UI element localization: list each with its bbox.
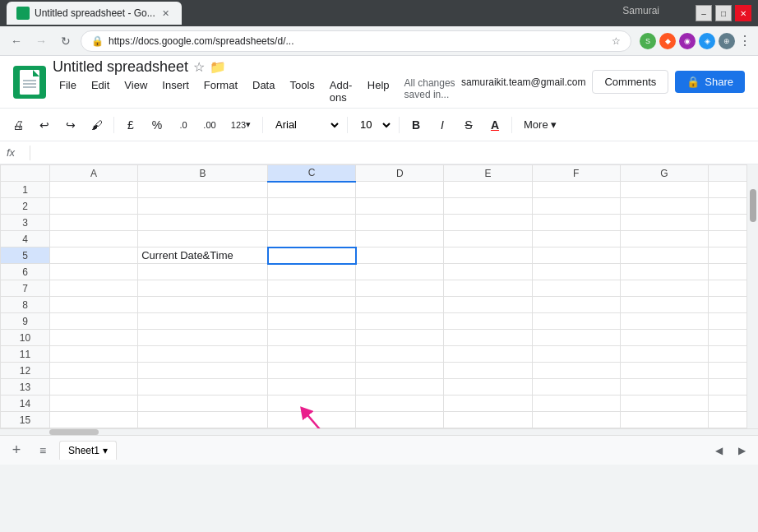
col-header-a[interactable]: A	[50, 165, 138, 182]
cell-b10[interactable]	[138, 330, 268, 346]
cell-b11[interactable]	[138, 346, 268, 363]
cell-b1[interactable]	[138, 182, 268, 198]
cell-e10[interactable]	[444, 330, 532, 346]
cell-g4[interactable]	[620, 231, 708, 247]
scrollbar-thumb-v[interactable]	[750, 189, 756, 222]
cell-g3[interactable]	[620, 215, 708, 231]
cell-a13[interactable]	[50, 379, 138, 396]
cell-e6[interactable]	[444, 264, 532, 280]
scroll-sheets-left[interactable]: ◀	[709, 441, 728, 460]
cell-f13[interactable]	[532, 379, 620, 396]
sheet-tab-1[interactable]: Sheet1 ▾	[59, 441, 117, 460]
bold-button[interactable]: B	[404, 113, 428, 136]
cell-g5[interactable]	[620, 247, 708, 264]
sheets-menu-button[interactable]: ≡	[33, 441, 53, 460]
reload-button[interactable]: ↻	[56, 31, 76, 51]
cell-a14[interactable]	[50, 396, 138, 412]
cell-c2[interactable]	[268, 198, 356, 215]
cell-c6[interactable]	[268, 264, 356, 280]
font-family-select[interactable]: Arial	[268, 113, 342, 136]
cell-f12[interactable]	[532, 363, 620, 379]
cell-b4[interactable]	[138, 231, 268, 247]
cell-f8[interactable]	[532, 297, 620, 313]
minimize-button[interactable]: –	[696, 5, 712, 21]
cell-a7[interactable]	[50, 280, 138, 297]
cell-b6[interactable]	[138, 264, 268, 280]
comments-button[interactable]: Comments	[592, 70, 668, 94]
cell-d13[interactable]	[356, 379, 444, 396]
more-button[interactable]: More ▾	[517, 113, 563, 136]
cell-b7[interactable]	[138, 280, 268, 297]
cell-d3[interactable]	[356, 215, 444, 231]
maximize-button[interactable]: □	[715, 5, 732, 21]
cell-b14[interactable]	[138, 396, 268, 412]
cell-e8[interactable]	[444, 297, 532, 313]
decimal-inc-button[interactable]: .00	[198, 113, 221, 136]
italic-button[interactable]: I	[431, 113, 454, 136]
currency-button[interactable]: £	[119, 113, 142, 136]
cell-d12[interactable]	[356, 363, 444, 379]
menu-data[interactable]: Data	[246, 77, 281, 105]
share-button[interactable]: 🔒 Share	[675, 71, 745, 93]
cell-c15[interactable]	[268, 412, 356, 428]
col-header-g[interactable]: G	[620, 165, 708, 182]
cell-d6[interactable]	[356, 264, 444, 280]
cell-g14[interactable]	[620, 396, 708, 412]
cell-e5[interactable]	[444, 247, 532, 264]
cell-e2[interactable]	[444, 198, 532, 215]
cell-f14[interactable]	[532, 396, 620, 412]
menu-format[interactable]: Format	[197, 77, 244, 105]
cell-b8[interactable]	[138, 297, 268, 313]
back-button[interactable]: ←	[7, 31, 26, 51]
cell-g12[interactable]	[620, 363, 708, 379]
cell-d8[interactable]	[356, 297, 444, 313]
redo-button[interactable]: ↪	[59, 113, 82, 136]
cell-e1[interactable]	[444, 182, 532, 198]
cell-f11[interactable]	[532, 346, 620, 363]
col-header-e[interactable]: E	[444, 165, 532, 182]
cell-d1[interactable]	[356, 182, 444, 198]
cell-d5[interactable]	[356, 247, 444, 264]
cell-g7[interactable]	[620, 280, 708, 297]
print-button[interactable]: 🖨	[7, 113, 30, 136]
cell-a3[interactable]	[50, 215, 138, 231]
cell-g6[interactable]	[620, 264, 708, 280]
cell-d9[interactable]	[356, 313, 444, 330]
cell-a11[interactable]	[50, 346, 138, 363]
col-header-d[interactable]: D	[356, 165, 444, 182]
cell-c11[interactable]	[268, 346, 356, 363]
cell-c4[interactable]	[268, 231, 356, 247]
cell-b9[interactable]	[138, 313, 268, 330]
col-header-c[interactable]: C	[268, 165, 356, 182]
cell-d7[interactable]	[356, 280, 444, 297]
undo-button[interactable]: ↩	[33, 113, 56, 136]
cell-a2[interactable]	[50, 198, 138, 215]
menu-view[interactable]: View	[118, 77, 154, 105]
folder-icon[interactable]: 📁	[210, 59, 226, 75]
cell-a9[interactable]	[50, 313, 138, 330]
cell-c9[interactable]	[268, 313, 356, 330]
add-sheet-button[interactable]: +	[7, 441, 26, 460]
cell-c8[interactable]	[268, 297, 356, 313]
vertical-scrollbar[interactable]	[746, 164, 758, 428]
cell-c7[interactable]	[268, 280, 356, 297]
cell-e11[interactable]	[444, 346, 532, 363]
strikethrough-button[interactable]: S	[457, 113, 480, 136]
menu-edit[interactable]: Edit	[85, 77, 116, 105]
grid-wrapper[interactable]: A B C D E F G 1	[0, 164, 758, 428]
cell-c3[interactable]	[268, 215, 356, 231]
chrome-menu-button[interactable]: ⋮	[738, 33, 751, 49]
cell-d11[interactable]	[356, 346, 444, 363]
cell-b5[interactable]: Current Date&Time	[138, 247, 268, 264]
cell-c13[interactable]	[268, 379, 356, 396]
star-icon[interactable]: ☆	[193, 59, 205, 75]
font-size-select[interactable]: 10	[353, 113, 394, 136]
cell-f15[interactable]	[532, 412, 620, 428]
user-email[interactable]: samuraikit.team@gmail.com	[461, 76, 586, 88]
cell-e13[interactable]	[444, 379, 532, 396]
cell-b12[interactable]	[138, 363, 268, 379]
cell-g11[interactable]	[620, 346, 708, 363]
cell-g13[interactable]	[620, 379, 708, 396]
cell-a1[interactable]	[50, 182, 138, 198]
cell-e7[interactable]	[444, 280, 532, 297]
